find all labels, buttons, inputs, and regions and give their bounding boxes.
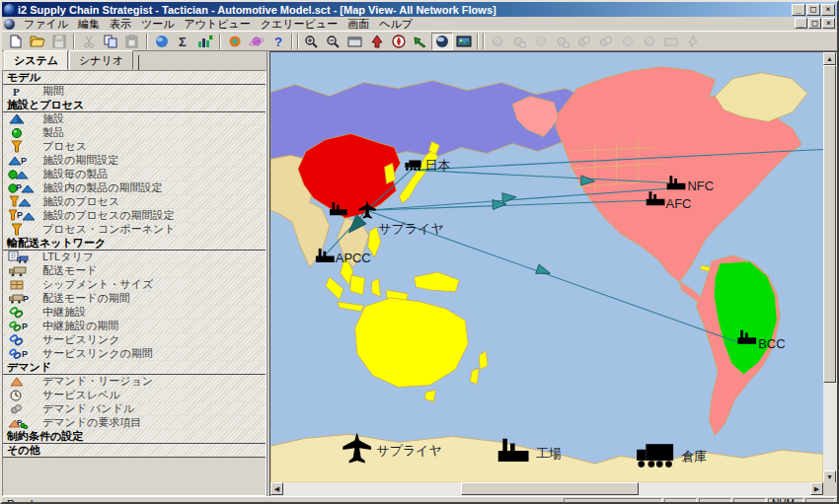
sidebar-item-25[interactable]: Pデマンドの要求項目 xyxy=(3,416,266,430)
demand-region-icon xyxy=(3,375,42,388)
sidebar-item-11[interactable]: プロセス・コンポーネント xyxy=(3,223,266,237)
sidebar-label: サービスリンク xyxy=(42,332,120,347)
close-button[interactable]: × xyxy=(821,4,835,16)
globe-view-button[interactable] xyxy=(151,33,173,50)
zoom-out-button[interactable] xyxy=(323,33,344,50)
scroll-up-button[interactable]: ▲ xyxy=(823,52,836,65)
chart-icon xyxy=(197,35,213,48)
horizontal-scrollbar[interactable]: ◀ ▶ xyxy=(270,482,823,496)
globe-icon xyxy=(154,35,170,48)
restore-button[interactable]: □ xyxy=(806,4,820,16)
mdi-minimize-button[interactable]: _ xyxy=(795,18,807,29)
sidebar-item-23[interactable]: サービスレベル xyxy=(3,389,266,402)
world-map: 日本サプライヤAPCCNFCAFCBCC サプライヤ工場倉庫 xyxy=(270,52,823,483)
tab-scenario[interactable]: シナリオ xyxy=(69,50,133,70)
sidebar-label: モデル xyxy=(7,70,40,85)
sidebar-item-1[interactable]: P期間 xyxy=(3,85,266,99)
process-facility-icon xyxy=(3,195,42,208)
sidebar-item-17[interactable]: 中継施設 xyxy=(3,306,266,320)
help-button[interactable]: ? xyxy=(267,33,289,50)
sidebar-item-14[interactable]: 配送モード xyxy=(3,264,266,278)
sidebar-item-8[interactable]: P施設内の製品の期間設定 xyxy=(3,181,266,195)
vertical-scrollbar[interactable]: ▲ ▼ xyxy=(823,52,837,483)
sidebar-item-15[interactable]: シップメント・サイズ xyxy=(3,278,266,292)
compass-button[interactable] xyxy=(388,33,410,50)
pan-button[interactable] xyxy=(410,33,431,50)
fit-window-button[interactable] xyxy=(344,33,366,50)
gsph-icon xyxy=(642,35,657,48)
minimize-button[interactable]: _ xyxy=(792,4,805,16)
scroll-right-button[interactable]: ▶ xyxy=(810,482,823,495)
sidebar-item-20[interactable]: Pサービスリンクの期間 xyxy=(3,347,266,361)
process-icon xyxy=(3,140,42,153)
tree-empty-area xyxy=(3,458,266,496)
truck-period-icon: P xyxy=(3,292,42,305)
toolbar-separator xyxy=(146,34,148,49)
network-view-button[interactable] xyxy=(246,33,267,50)
sidebar-label: サービスレベル xyxy=(42,388,120,402)
sidebar-header-27: その他 xyxy=(3,444,266,458)
vertical-scroll-thumb[interactable] xyxy=(823,65,836,383)
app-icon xyxy=(4,4,15,15)
chain-green-period-icon: P xyxy=(3,320,42,332)
model-view-button[interactable] xyxy=(224,33,246,50)
tab-system[interactable]: システム xyxy=(4,50,68,70)
copy-button[interactable] xyxy=(100,33,121,50)
mdi-close-button[interactable]: × xyxy=(822,18,835,29)
cut-icon xyxy=(81,35,97,48)
menu-item-6[interactable]: 画面 xyxy=(343,17,374,32)
region-borneo xyxy=(350,275,365,295)
map-view-button[interactable] xyxy=(431,33,453,50)
sidebar-label: 施設のプロセスの期間設定 xyxy=(42,208,175,223)
summary-view-button[interactable]: Σ xyxy=(173,33,194,50)
sidebar-item-7[interactable]: 施設毎の製品 xyxy=(3,168,266,181)
sidebar-item-3[interactable]: 施設 xyxy=(3,112,266,126)
zoomout-icon xyxy=(326,35,342,48)
zoom-in-button[interactable] xyxy=(301,33,323,50)
report-view-button[interactable] xyxy=(194,33,216,50)
mdi-system-icon[interactable] xyxy=(4,19,15,30)
sidebar-item-6[interactable]: P施設の期間設定 xyxy=(3,154,266,168)
sidebar-item-19[interactable]: サービスリンク xyxy=(3,333,266,347)
sidebar-item-18[interactable]: P中継施設の期間 xyxy=(3,320,266,333)
zoom-home-button[interactable] xyxy=(366,33,388,50)
sidebar-label: デマンド バンドル xyxy=(42,401,134,416)
scroll-left-button[interactable]: ◀ xyxy=(270,482,283,495)
toolbar-separator xyxy=(477,34,479,49)
sidebar-label: シップメント・サイズ xyxy=(42,277,153,292)
sidebar-label: 中継施設の期間 xyxy=(42,319,118,333)
sidebar-item-9[interactable]: 施設のプロセス xyxy=(3,195,266,209)
toolbar-separator xyxy=(291,34,293,49)
menu-item-3[interactable]: ツール xyxy=(136,17,180,32)
sidebar-item-5[interactable]: プロセス xyxy=(3,140,266,154)
sidebar-label: 施設の期間設定 xyxy=(42,153,118,168)
horizontal-scroll-thumb[interactable] xyxy=(461,482,639,495)
chain-blue-period-icon: P xyxy=(3,347,42,360)
menu-item-0[interactable]: ファイル xyxy=(19,17,73,32)
menu-item-5[interactable]: クエリービュー xyxy=(256,17,343,32)
sidebar-item-10[interactable]: P施設のプロセスの期間設定 xyxy=(3,209,266,223)
svg-text:Σ: Σ xyxy=(179,35,187,48)
sidebar-item-24[interactable]: デマンド バンドル xyxy=(3,402,266,416)
image-view-button[interactable] xyxy=(453,33,475,50)
menu-item-4[interactable]: アウトビュー xyxy=(180,17,256,32)
sidebar-item-16[interactable]: P配送モードの期間 xyxy=(3,292,266,306)
menu-item-7[interactable]: ヘルプ xyxy=(374,17,418,32)
disabled-map-tool-4 xyxy=(552,33,573,50)
sidebar-item-13[interactable]: LTLタリフ xyxy=(3,251,266,264)
open-file-button[interactable] xyxy=(27,33,48,50)
sidebar-item-4[interactable]: 製品 xyxy=(3,126,266,140)
mdi-restore-button[interactable]: □ xyxy=(808,18,821,29)
status-bar: Ready NUM xyxy=(2,496,837,504)
gbolt-icon xyxy=(685,35,701,48)
legend-label-1: 工場 xyxy=(536,446,562,461)
sidebar-item-22[interactable]: デマンド・リージョン xyxy=(3,375,266,389)
gsph2-icon xyxy=(511,35,527,48)
new-document-button[interactable] xyxy=(5,33,27,50)
open-icon xyxy=(30,35,45,48)
disabled-map-tool-7 xyxy=(617,33,639,50)
sidebar-label: デマンド xyxy=(7,360,51,375)
menu-item-2[interactable]: 表示 xyxy=(105,17,136,32)
menu-item-1[interactable]: 編集 xyxy=(73,17,105,32)
gsph4-icon xyxy=(576,35,592,48)
